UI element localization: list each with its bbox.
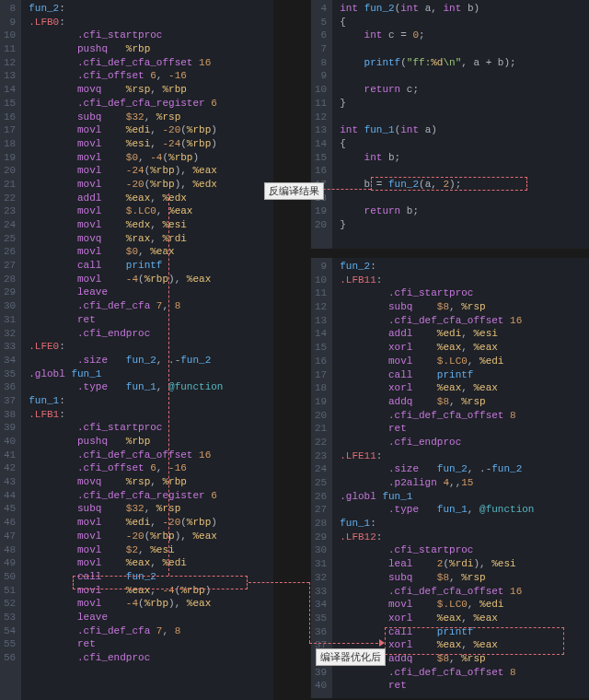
- code-line[interactable]: xorl %eax, %eax: [340, 612, 589, 625]
- code-line[interactable]: .cfi_def_cfa_offset 16: [340, 314, 589, 328]
- code-line[interactable]: .cfi_endproc: [340, 436, 589, 449]
- code-line[interactable]: xorl %eax, %eax: [340, 381, 589, 395]
- code-line[interactable]: call fun_2: [29, 570, 273, 584]
- code-line[interactable]: movl %eax, %edi: [29, 556, 273, 570]
- line-number: 4: [315, 2, 327, 16]
- code-line[interactable]: movl $2, %esi: [29, 543, 273, 557]
- code-line[interactable]: ret: [29, 313, 273, 327]
- code-line[interactable]: .p2align 4,,15: [340, 476, 589, 490]
- code-line[interactable]: }: [340, 218, 589, 232]
- code-line[interactable]: [340, 69, 589, 83]
- code-line[interactable]: call printf: [340, 368, 589, 382]
- code-line[interactable]: .type fun_1, @function: [340, 503, 589, 517]
- code-line[interactable]: .cfi_startproc: [340, 543, 589, 557]
- code-line[interactable]: leal 2(%rdi), %esi: [340, 557, 589, 571]
- code-line[interactable]: movq %rax, %rdi: [29, 232, 273, 246]
- code-line[interactable]: [340, 42, 589, 56]
- code-line[interactable]: .cfi_def_cfa 7, 8: [29, 624, 273, 638]
- code-line[interactable]: .cfi_startproc: [29, 421, 273, 435]
- code-line[interactable]: .LFB1:: [29, 408, 273, 422]
- code-line[interactable]: .cfi_def_cfa 7, 8: [29, 299, 273, 313]
- code-line[interactable]: ret: [340, 422, 589, 436]
- code-line[interactable]: .cfi_def_cfa_offset 16: [29, 449, 273, 462]
- code-line[interactable]: movl -20(%rbp), %eax: [29, 530, 273, 543]
- code-line[interactable]: movl %eax, -4(%rbp): [29, 584, 273, 598]
- code-line[interactable]: movl $0, %eax: [29, 245, 273, 259]
- code-line[interactable]: b = fun_2(a, 2);: [340, 178, 589, 192]
- code-line[interactable]: .cfi_def_cfa_offset 16: [340, 585, 589, 599]
- code-line[interactable]: .cfi_endproc: [29, 651, 273, 665]
- code-line[interactable]: movl $.LC0, %eax: [29, 204, 273, 218]
- code-line[interactable]: subq $32, %rsp: [29, 502, 273, 516]
- code-line[interactable]: .LFB0:: [29, 16, 273, 29]
- code-line[interactable]: .cfi_def_cfa_offset 8: [340, 409, 589, 423]
- code-line[interactable]: subq $32, %rsp: [29, 111, 273, 124]
- code-line[interactable]: .LFE0:: [29, 340, 273, 354]
- code-line[interactable]: xorl %eax, %eax: [340, 341, 589, 355]
- code-line[interactable]: fun_2:: [340, 260, 589, 274]
- code-line[interactable]: printf("ff:%d\n", a + b);: [340, 56, 589, 70]
- code-line[interactable]: .cfi_def_cfa_register 6: [29, 97, 273, 111]
- code-line[interactable]: .LFE11:: [340, 449, 589, 463]
- code-line[interactable]: movl $.LC0, %edi: [340, 355, 589, 368]
- code-left[interactable]: fun_2:.LFB0: .cfi_startproc pushq %rbp .…: [21, 0, 273, 700]
- code-line[interactable]: .type fun_1, @function: [29, 380, 273, 394]
- code-line[interactable]: .cfi_offset 6, -16: [29, 69, 273, 83]
- code-line[interactable]: .globl fun_1: [340, 490, 589, 504]
- code-line[interactable]: .cfi_startproc: [29, 29, 273, 42]
- code-line[interactable]: leave: [29, 611, 273, 624]
- code-line[interactable]: .size fun_2, .-fun_2: [29, 354, 273, 368]
- code-line[interactable]: subq $8, %rsp: [340, 571, 589, 585]
- code-bottom-right[interactable]: fun_2:.LFB11: .cfi_startproc subq $8, %r…: [332, 258, 589, 698]
- code-line[interactable]: .LFB11:: [340, 274, 589, 287]
- code-line[interactable]: movq %rsp, %rbp: [29, 475, 273, 489]
- code-line[interactable]: return b;: [340, 204, 589, 218]
- code-line[interactable]: movl -4(%rbp), %eax: [29, 597, 273, 611]
- code-line[interactable]: addl %edi, %esi: [340, 327, 589, 341]
- code-line[interactable]: movq %rsp, %rbp: [29, 83, 273, 97]
- code-line[interactable]: .cfi_endproc: [29, 327, 273, 341]
- code-line[interactable]: leave: [29, 286, 273, 299]
- code-line[interactable]: movl $0, -4(%rbp): [29, 151, 273, 165]
- code-line[interactable]: .LFB12:: [340, 531, 589, 544]
- code-line[interactable]: addl %eax, %edx: [29, 192, 273, 205]
- code-line[interactable]: fun_2:: [29, 2, 273, 16]
- code-line[interactable]: [340, 164, 589, 178]
- code-line[interactable]: .cfi_def_cfa_register 6: [29, 489, 273, 503]
- code-line[interactable]: .cfi_startproc: [340, 286, 589, 300]
- code-line[interactable]: .cfi_def_cfa_offset 8: [340, 666, 589, 680]
- code-line[interactable]: {: [340, 16, 589, 29]
- code-line[interactable]: .size fun_2, .-fun_2: [340, 462, 589, 476]
- code-line[interactable]: int fun_2(int a, int b): [340, 2, 589, 16]
- code-line[interactable]: fun_1:: [340, 517, 589, 531]
- code-line[interactable]: .globl fun_1: [29, 368, 273, 381]
- code-line[interactable]: [340, 111, 589, 124]
- code-line[interactable]: movl %edx, %esi: [29, 218, 273, 232]
- code-line[interactable]: movl $.LC0, %edi: [340, 598, 589, 612]
- code-line[interactable]: movl -20(%rbp), %edx: [29, 178, 273, 192]
- code-line[interactable]: .cfi_def_cfa_offset 16: [29, 56, 273, 70]
- code-line[interactable]: int b;: [340, 151, 589, 165]
- code-line[interactable]: int c = 0;: [340, 29, 589, 42]
- code-line[interactable]: call printf: [340, 625, 589, 639]
- code-line[interactable]: fun_1:: [29, 394, 273, 408]
- code-line[interactable]: call printf: [29, 259, 273, 273]
- code-line[interactable]: pushq %rbp: [29, 435, 273, 449]
- code-line[interactable]: movl -24(%rbp), %eax: [29, 164, 273, 178]
- code-line[interactable]: ret: [340, 679, 589, 693]
- code-line[interactable]: int fun_1(int a): [340, 123, 589, 137]
- code-line[interactable]: {: [340, 137, 589, 151]
- code-line[interactable]: [340, 192, 589, 205]
- code-line[interactable]: movl %esi, -24(%rbp): [29, 137, 273, 151]
- code-line[interactable]: subq $8, %rsp: [340, 300, 589, 314]
- code-line[interactable]: ret: [29, 637, 273, 651]
- code-line[interactable]: .cfi_offset 6, -16: [29, 461, 273, 475]
- code-line[interactable]: addq $8, %rsp: [340, 395, 589, 409]
- code-line[interactable]: movl %edi, -20(%rbp): [29, 123, 273, 137]
- code-line[interactable]: }: [340, 97, 589, 111]
- code-line[interactable]: pushq %rbp: [29, 42, 273, 56]
- code-top-right[interactable]: int fun_2(int a, int b){ int c = 0; prin…: [332, 0, 589, 249]
- code-line[interactable]: return c;: [340, 83, 589, 97]
- code-line[interactable]: movl %edi, -20(%rbp): [29, 516, 273, 530]
- code-line[interactable]: movl -4(%rbp), %eax: [29, 273, 273, 286]
